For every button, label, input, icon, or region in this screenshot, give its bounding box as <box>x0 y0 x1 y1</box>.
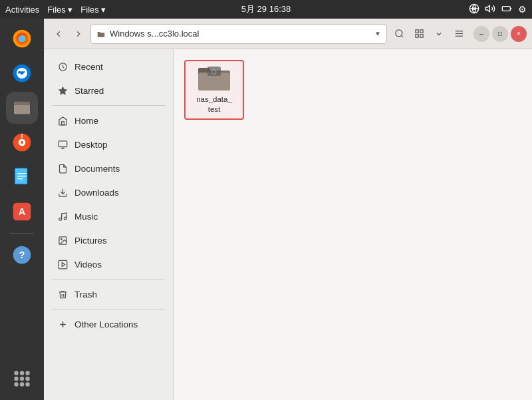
datetime: 5月 29 16:38 <box>241 3 291 15</box>
home-icon <box>57 115 68 126</box>
battery-icon <box>501 3 513 16</box>
sidebar-item-downloads[interactable]: Downloads <box>47 180 170 204</box>
svg-point-32 <box>20 382 24 386</box>
file-manager-window: Windows s...cc3lo.local ▼ – □ × <box>44 19 532 400</box>
sidebar-item-other-locations-label: Other Locations <box>74 319 138 329</box>
sidebar-divider-2 <box>52 279 165 280</box>
svg-point-27 <box>25 371 29 375</box>
svg-rect-39 <box>420 35 422 37</box>
dock-icon-app-grid[interactable] <box>6 363 38 395</box>
svg-rect-11 <box>14 102 21 105</box>
titlebar-actions <box>390 25 468 43</box>
file-label-nas: nas_data_test <box>196 95 232 114</box>
svg-point-51 <box>64 217 66 220</box>
volume-icon[interactable] <box>485 3 495 16</box>
dock-divider <box>10 233 34 234</box>
system-menu-icon[interactable]: ⚙ <box>518 4 527 15</box>
file-item-nas-data-test[interactable]: ⬡ nas_data_test <box>184 60 244 120</box>
sidebar-item-starred-label: Starred <box>74 86 104 96</box>
dock-icon-firefox[interactable] <box>6 23 38 55</box>
address-text: Windows s...cc3lo.local <box>110 29 370 39</box>
folder-icon <box>96 29 106 39</box>
main-content: Recent Starred Home Desktop <box>44 49 532 400</box>
sidebar-item-videos[interactable]: Videos <box>47 252 170 276</box>
back-button[interactable] <box>49 25 68 43</box>
sidebar-item-home-label: Home <box>74 116 98 126</box>
svg-rect-38 <box>415 35 418 37</box>
svg-marker-55 <box>62 262 65 266</box>
svg-point-53 <box>61 238 62 240</box>
sidebar-item-recent-label: Recent <box>74 62 103 72</box>
recent-icon <box>57 61 68 72</box>
dock-icon-thunderbird[interactable] <box>6 57 38 89</box>
desktop-icon <box>57 139 68 150</box>
sidebar-divider-1 <box>52 105 165 106</box>
svg-point-33 <box>25 382 29 386</box>
svg-point-34 <box>395 30 402 37</box>
svg-text:⬡: ⬡ <box>211 69 217 75</box>
downloads-icon <box>57 187 68 198</box>
videos-icon <box>57 259 68 270</box>
dock-icon-libreoffice[interactable] <box>6 161 38 193</box>
address-dropdown-icon[interactable]: ▼ <box>374 30 381 37</box>
sidebar-item-pictures[interactable]: Pictures <box>47 228 170 252</box>
view-options-button[interactable] <box>430 25 448 43</box>
pictures-icon <box>57 235 68 246</box>
files-menu[interactable]: Files ▾ <box>47 5 72 15</box>
svg-point-30 <box>25 377 29 381</box>
sidebar-item-documents[interactable]: Documents <box>47 156 170 180</box>
menu-button[interactable] <box>450 25 468 43</box>
svg-rect-54 <box>59 260 67 269</box>
window-controls: – □ × <box>473 26 527 42</box>
svg-text:?: ? <box>19 250 25 260</box>
svg-point-31 <box>14 382 18 386</box>
sidebar-item-desktop-label: Desktop <box>74 140 108 150</box>
nav-buttons <box>49 25 88 43</box>
files-text[interactable]: Files ▾ <box>80 5 106 15</box>
svg-marker-1 <box>485 5 489 11</box>
svg-marker-44 <box>59 87 67 95</box>
svg-rect-46 <box>59 140 67 146</box>
dock-icon-app-center[interactable]: A <box>6 196 38 228</box>
documents-icon <box>57 163 68 174</box>
forward-button[interactable] <box>69 25 88 43</box>
svg-rect-36 <box>415 30 418 33</box>
svg-line-35 <box>401 35 403 37</box>
dock: A ? <box>0 19 44 400</box>
svg-rect-45 <box>61 121 64 124</box>
folder-icon-nas: ⬡ <box>197 63 231 92</box>
address-bar[interactable]: Windows s...cc3lo.local ▼ <box>90 24 387 44</box>
sidebar-item-recent[interactable]: Recent <box>47 55 170 79</box>
sidebar-item-home[interactable]: Home <box>47 108 170 132</box>
svg-point-28 <box>14 377 18 381</box>
sidebar-item-music[interactable]: Music <box>47 204 170 228</box>
file-area: ⬡ nas_data_test <box>174 49 532 400</box>
svg-point-14 <box>21 141 23 144</box>
close-button[interactable]: × <box>511 26 527 42</box>
view-toggle-button[interactable] <box>410 25 428 43</box>
svg-rect-2 <box>502 6 510 11</box>
music-icon <box>57 211 68 222</box>
sidebar-item-videos-label: Videos <box>74 260 102 270</box>
maximize-button[interactable]: □ <box>492 26 508 42</box>
svg-point-50 <box>59 218 61 220</box>
dock-icon-files[interactable] <box>6 92 38 124</box>
svg-rect-37 <box>420 30 422 33</box>
sidebar-item-trash-label: Trash <box>74 290 97 300</box>
dock-icon-help[interactable]: ? <box>6 239 38 271</box>
trash-icon <box>57 289 68 300</box>
sidebar-item-music-label: Music <box>74 212 98 222</box>
network-icon <box>469 3 479 16</box>
other-locations-icon <box>57 319 68 329</box>
sidebar-item-starred[interactable]: Starred <box>47 79 170 102</box>
sidebar-item-documents-label: Documents <box>74 164 120 174</box>
search-button[interactable] <box>390 25 408 43</box>
sidebar-item-desktop[interactable]: Desktop <box>47 132 170 156</box>
dock-icon-rhythmbox[interactable] <box>6 126 38 158</box>
sidebar-item-trash[interactable]: Trash <box>47 282 170 306</box>
activities-label[interactable]: Activities <box>5 5 39 15</box>
svg-text:A: A <box>19 206 26 217</box>
sidebar-item-other-locations[interactable]: Other Locations <box>47 312 170 336</box>
sidebar-item-pictures-label: Pictures <box>74 236 107 246</box>
minimize-button[interactable]: – <box>473 26 489 42</box>
